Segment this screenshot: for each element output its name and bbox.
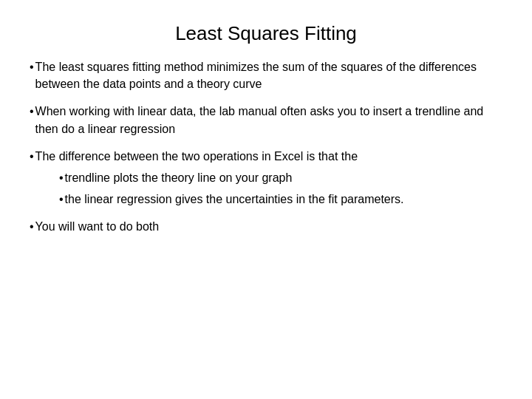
bullet-text-2: When working with linear data, the lab m… <box>35 103 502 137</box>
bullet-item-4: • You will want to do both <box>30 218 502 235</box>
bullet-section-3: • The difference between the two operati… <box>30 148 502 208</box>
bullet-item-2: • When working with linear data, the lab… <box>30 103 502 137</box>
sub-bullet-text-1: trendline plots the theory line on your … <box>65 169 502 186</box>
bullet-dot-3: • <box>30 148 34 165</box>
bullet-dot-1: • <box>30 58 34 75</box>
bullet-item-1: • The least squares fitting method minim… <box>30 58 502 92</box>
bullet-section-1: • The least squares fitting method minim… <box>30 58 502 92</box>
sub-bullet-text-2: the linear regression gives the uncertai… <box>65 191 502 208</box>
bullet-dot-4: • <box>30 218 34 235</box>
bullet-text-1: The least squares fitting method minimiz… <box>35 58 502 92</box>
bullet-text-4: You will want to do both <box>35 218 502 235</box>
slide: Least Squares Fitting • The least square… <box>0 0 532 399</box>
bullet-section-4: • You will want to do both <box>30 218 502 235</box>
slide-title: Least Squares Fitting <box>30 22 502 45</box>
sub-bullet-2: • the linear regression gives the uncert… <box>59 191 502 208</box>
bullet-dot-2: • <box>30 103 34 120</box>
bullet-text-3: The difference between the two operation… <box>35 148 502 165</box>
sub-bullet-dot-1: • <box>59 169 64 186</box>
sub-bullet-1: • trendline plots the theory line on you… <box>59 169 502 186</box>
bullet-item-3: • The difference between the two operati… <box>30 148 502 165</box>
bullet-section-2: • When working with linear data, the lab… <box>30 103 502 137</box>
sub-bullet-dot-2: • <box>59 191 64 208</box>
